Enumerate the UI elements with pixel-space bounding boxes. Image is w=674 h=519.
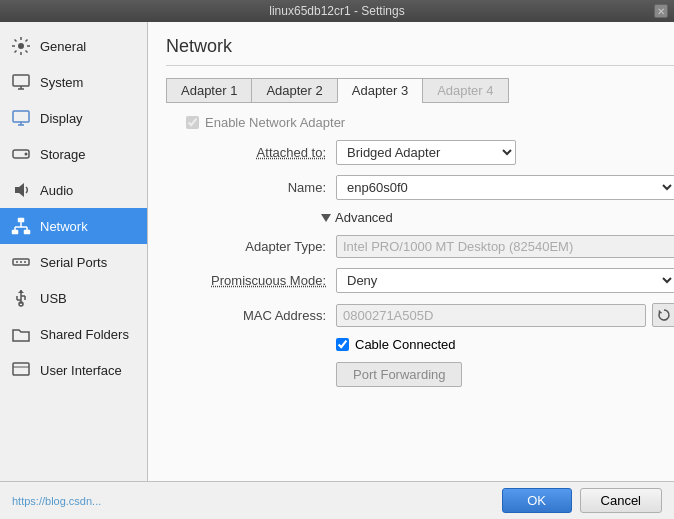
mac-refresh-button[interactable] [652, 303, 674, 327]
svg-rect-1 [13, 75, 29, 86]
advanced-row: Advanced [166, 210, 674, 225]
tab-adapter1[interactable]: Adapter 1 [166, 78, 251, 103]
sidebar-label-storage: Storage [40, 147, 86, 162]
sidebar-item-usb[interactable]: USB [0, 280, 147, 316]
sidebar-label-user-interface: User Interface [40, 363, 122, 378]
system-icon [10, 71, 32, 93]
bottom-bar: https://blog.csdn... OK Cancel [0, 481, 674, 519]
svg-rect-11 [12, 230, 18, 234]
sidebar-item-display[interactable]: Display [0, 100, 147, 136]
sidebar-label-serial-ports: Serial Ports [40, 255, 107, 270]
cable-connected-checkbox[interactable] [336, 338, 349, 351]
titlebar: linux65db12cr1 - Settings ✕ [0, 0, 674, 22]
adapter-type-input [336, 235, 674, 258]
svg-point-8 [25, 153, 28, 156]
adapter-type-row: Adapter Type: Intel PRO/1000 MT Desktop … [166, 235, 674, 258]
ok-button[interactable]: OK [502, 488, 572, 513]
advanced-label: Advanced [335, 210, 393, 225]
cable-connected-row: Cable Connected [166, 337, 674, 352]
sidebar-item-general[interactable]: General [0, 28, 147, 64]
name-row: Name: enp60s0f0 [166, 175, 674, 200]
promiscuous-label: Promiscuous Mode: [166, 273, 336, 288]
audio-icon [10, 179, 32, 201]
close-button[interactable]: ✕ [654, 4, 668, 18]
adapter-tabs: Adapter 1 Adapter 2 Adapter 3 Adapter 4 [166, 78, 674, 103]
user-interface-icon [10, 359, 32, 381]
svg-point-20 [24, 261, 26, 263]
mac-row: MAC Address: [166, 303, 674, 327]
sidebar-label-display: Display [40, 111, 83, 126]
usb-icon [10, 287, 32, 309]
attached-to-select[interactable]: Bridged Adapter NAT Host-only Adapter In… [336, 140, 516, 165]
shared-folders-icon [10, 323, 32, 345]
display-icon [10, 107, 32, 129]
cable-connected-label: Cable Connected [355, 337, 455, 352]
port-forwarding-button[interactable]: Port Forwarding [336, 362, 462, 387]
name-select[interactable]: enp60s0f0 [336, 175, 674, 200]
sidebar-item-user-interface[interactable]: User Interface [0, 352, 147, 388]
storage-icon [10, 143, 32, 165]
svg-point-0 [18, 43, 24, 49]
content-area: Network Adapter 1 Adapter 2 Adapter 3 Ad… [148, 22, 674, 481]
cancel-button[interactable]: Cancel [580, 488, 662, 513]
enable-adapter-label: Enable Network Adapter [205, 115, 345, 130]
sidebar: General System Display Storage [0, 22, 148, 481]
sidebar-label-network: Network [40, 219, 88, 234]
svg-rect-27 [13, 363, 29, 375]
sidebar-label-shared-folders: Shared Folders [40, 327, 129, 342]
sidebar-item-network[interactable]: Network [0, 208, 147, 244]
sidebar-item-serial-ports[interactable]: Serial Ports [0, 244, 147, 280]
svg-rect-10 [18, 218, 24, 222]
promiscuous-row: Promiscuous Mode: Deny Allow VMs Allow A… [166, 268, 674, 293]
mac-label: MAC Address: [166, 308, 336, 323]
tab-adapter4: Adapter 4 [422, 78, 508, 103]
svg-point-18 [16, 261, 18, 263]
port-forwarding-row: Port Forwarding [166, 362, 674, 387]
serial-ports-icon [10, 251, 32, 273]
sidebar-item-system[interactable]: System [0, 64, 147, 100]
sidebar-label-audio: Audio [40, 183, 73, 198]
attached-to-label: Attached to: [166, 145, 336, 160]
name-label: Name: [166, 180, 336, 195]
tab-adapter3[interactable]: Adapter 3 [337, 78, 422, 103]
attached-to-row: Attached to: Bridged Adapter NAT Host-on… [166, 140, 674, 165]
svg-rect-12 [24, 230, 30, 234]
svg-rect-4 [13, 111, 29, 122]
sidebar-label-system: System [40, 75, 83, 90]
mac-input-group [336, 303, 674, 327]
sidebar-label-usb: USB [40, 291, 67, 306]
svg-point-19 [20, 261, 22, 263]
svg-marker-9 [15, 183, 24, 197]
network-form: Enable Network Adapter Attached to: Brid… [166, 115, 674, 471]
mac-input [336, 304, 646, 327]
main-container: General System Display Storage [0, 22, 674, 481]
titlebar-text: linux65db12cr1 - Settings [269, 4, 404, 18]
enable-adapter-row: Enable Network Adapter [166, 115, 674, 130]
promiscuous-select[interactable]: Deny Allow VMs Allow All [336, 268, 674, 293]
sidebar-item-audio[interactable]: Audio [0, 172, 147, 208]
advanced-toggle[interactable]: Advanced [321, 210, 393, 225]
page-title: Network [166, 36, 674, 66]
sidebar-label-general: General [40, 39, 86, 54]
adapter-type-label: Adapter Type: [166, 239, 336, 254]
general-icon [10, 35, 32, 57]
advanced-triangle-icon [321, 214, 331, 222]
enable-adapter-checkbox[interactable] [186, 116, 199, 129]
sidebar-item-shared-folders[interactable]: Shared Folders [0, 316, 147, 352]
network-icon [10, 215, 32, 237]
sidebar-item-storage[interactable]: Storage [0, 136, 147, 172]
help-link[interactable]: https://blog.csdn... [12, 495, 101, 507]
tab-adapter2[interactable]: Adapter 2 [251, 78, 336, 103]
